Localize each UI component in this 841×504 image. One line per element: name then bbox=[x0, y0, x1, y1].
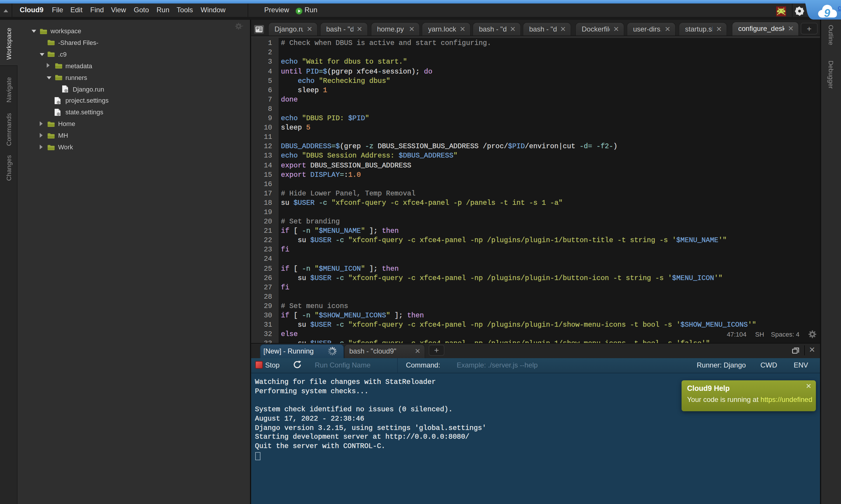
svg-text:9: 9 bbox=[824, 7, 830, 19]
